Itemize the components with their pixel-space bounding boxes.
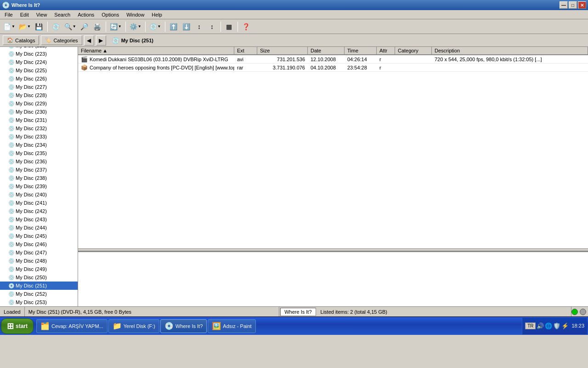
col-header-size[interactable]: Size	[257, 47, 308, 54]
sidebar-item-8[interactable]: 💿My Disc (226)	[0, 75, 78, 83]
sidebar-item-12[interactable]: 💿My Disc (230)	[0, 108, 78, 116]
refresh-button[interactable]: 🔄▼	[108, 21, 123, 33]
help-button[interactable]: ❓	[240, 21, 252, 33]
menu-search[interactable]: Search	[51, 11, 74, 18]
sidebar[interactable]: ▶💿My Disc (218)💿My Disc (219)💿My Disc (2…	[0, 47, 78, 306]
menu-edit[interactable]: Edit	[17, 11, 33, 18]
sidebar-item-35[interactable]: 💿My Disc (253)	[0, 298, 78, 306]
sidebar-item-10[interactable]: 💿My Disc (228)	[0, 91, 78, 99]
file-date-cell: 04.10.2008	[308, 65, 345, 70]
menu-window[interactable]: Window	[123, 11, 148, 18]
sort-asc-button[interactable]: ⬆️	[168, 21, 180, 33]
sidebar-item-32[interactable]: 💿My Disc (250)	[0, 273, 78, 282]
menu-options[interactable]: Options	[98, 11, 123, 18]
save-icon: 💾	[35, 23, 43, 30]
sort-desc-button[interactable]: ⬇️	[181, 21, 192, 33]
taskbar-item-3[interactable]: 🖼️ Adsız - Paint	[208, 319, 255, 333]
menu-help[interactable]: Help	[148, 11, 166, 18]
close-button[interactable]: ✕	[578, 1, 586, 9]
taskbar-item-1[interactable]: 📁 Yerel Disk (F:)	[108, 319, 159, 333]
status-search-box[interactable]: Where Is It?	[280, 308, 316, 316]
sidebar-item-28[interactable]: 💿My Disc (246)	[0, 240, 78, 248]
sidebar-item-6[interactable]: 💿My Disc (224)	[0, 58, 78, 66]
language-indicator[interactable]: TR	[525, 322, 536, 329]
col-header-time[interactable]: Time	[345, 47, 377, 54]
menu-view[interactable]: View	[33, 11, 51, 18]
file-list[interactable]: Filename ▲ Ext Size Date Time Attr Categ…	[78, 47, 588, 248]
info-panel	[78, 251, 588, 306]
sidebar-item-9[interactable]: 💿My Disc (227)	[0, 83, 78, 91]
start-button[interactable]: ⊞ start	[1, 318, 34, 334]
sidebar-item-21[interactable]: 💿My Disc (239)	[0, 182, 78, 190]
new-button[interactable]: 📄▼	[2, 21, 17, 33]
status-bar: Loaded My Disc (251) (DVD-R), 4,15 GB, f…	[0, 306, 588, 316]
sidebar-item-22[interactable]: 💿My Disc (240)	[0, 190, 78, 199]
disc-tree-icon: 💿	[8, 225, 15, 231]
sidebar-item-29[interactable]: 💿My Disc (247)	[0, 248, 78, 257]
taskbar-item-2[interactable]: 💿 Where Is It?	[160, 319, 207, 333]
sidebar-item-17[interactable]: 💿My Disc (235)	[0, 149, 78, 157]
sort-custom2-button[interactable]: ↕️	[206, 21, 218, 33]
menu-file[interactable]: File	[1, 11, 17, 18]
disc-tree-icon: 💿	[8, 192, 15, 198]
sidebar-item-19[interactable]: 💿My Disc (237)	[0, 166, 78, 174]
sidebar-item-5[interactable]: 💿My Disc (223)	[0, 50, 78, 58]
file-attr-cell: r	[377, 65, 395, 70]
disc-tree-icon: 💿	[8, 250, 15, 256]
open-button[interactable]: 📂▼	[17, 21, 32, 33]
print-button[interactable]: 🖨️	[91, 21, 103, 33]
disc-button[interactable]: 💿▼	[148, 21, 163, 33]
col-header-ext[interactable]: Ext	[234, 47, 257, 54]
file-name-cell: 📦 Company of heroes opposing fronts [PC-…	[78, 64, 234, 71]
col-header-attr[interactable]: Attr	[377, 47, 395, 54]
sidebar-item-18[interactable]: 💿My Disc (236)	[0, 157, 78, 166]
tree-expand-icon	[2, 191, 8, 198]
col-header-filename[interactable]: Filename ▲	[78, 47, 234, 54]
disc-tree-icon: 💿	[8, 134, 15, 140]
col-header-date[interactable]: Date	[308, 47, 345, 54]
tree-expand-icon	[2, 59, 8, 65]
sidebar-item-20[interactable]: 💿My Disc (238)	[0, 174, 78, 182]
settings-button[interactable]: ⚙️▼	[128, 21, 143, 33]
catalog-button[interactable]: 💿	[50, 21, 62, 33]
sidebar-item-33[interactable]: 💿My Disc (251)	[0, 282, 78, 290]
catalogs-tab[interactable]: 🏠 Catalogs	[3, 35, 39, 45]
tree-item-label: My Disc (237)	[16, 167, 47, 172]
maximize-button[interactable]: □	[569, 1, 577, 9]
sidebar-item-27[interactable]: 💿My Disc (245)	[0, 232, 78, 240]
sidebar-item-13[interactable]: 💿My Disc (231)	[0, 116, 78, 124]
sidebar-item-25[interactable]: 💿My Disc (243)	[0, 215, 78, 224]
categories-tab[interactable]: 🏷️ Categories	[41, 35, 82, 45]
taskbar-item-0[interactable]: 🗂️ Cevap: ARŞİV YAPM...	[36, 319, 107, 333]
sidebar-item-24[interactable]: 💿My Disc (242)	[0, 207, 78, 215]
sidebar-item-15[interactable]: 💿My Disc (233)	[0, 132, 78, 141]
columns-button[interactable]: ▦	[223, 21, 235, 33]
sidebar-item-30[interactable]: 💿My Disc (248)	[0, 257, 78, 265]
disc-tree-icon: 💿	[8, 208, 15, 214]
nav-forward-button[interactable]: ▶	[96, 35, 106, 46]
sidebar-item-34[interactable]: 💿My Disc (252)	[0, 290, 78, 298]
tree-item-label: My Disc (252)	[16, 291, 47, 297]
sidebar-item-7[interactable]: 💿My Disc (225)	[0, 66, 78, 75]
find-button[interactable]: 🔎	[79, 21, 90, 33]
table-row[interactable]: 🎬 Komedi Dukkani SE03BL06 (03.10.2008) D…	[78, 55, 588, 63]
sidebar-item-26[interactable]: 💿My Disc (244)	[0, 224, 78, 232]
sidebar-item-16[interactable]: 💿My Disc (234)	[0, 141, 78, 149]
sidebar-item-31[interactable]: 💿My Disc (249)	[0, 265, 78, 273]
sidebar-item-23[interactable]: 💿My Disc (241)	[0, 199, 78, 207]
search-button[interactable]: 🔍▼	[63, 21, 78, 33]
table-row[interactable]: 📦 Company of heroes opposing fronts [PC-…	[78, 63, 588, 72]
menu-actions[interactable]: Actions	[74, 11, 98, 18]
sort-custom1-button[interactable]: ↕️	[193, 21, 205, 33]
tree-item-label: My Disc (227)	[16, 84, 47, 90]
sidebar-item-11[interactable]: 💿My Disc (229)	[0, 99, 78, 108]
save-button[interactable]: 💾	[33, 21, 45, 33]
taskbar-item-label: Adsız - Paint	[223, 323, 251, 329]
tree-item-label: My Disc (222)	[16, 47, 47, 48]
col-header-description[interactable]: Description	[432, 47, 588, 54]
file-size-cell: 3.731.190.076	[257, 65, 308, 70]
nav-back-button[interactable]: ◀	[84, 35, 94, 46]
minimize-button[interactable]: —	[560, 1, 568, 9]
sidebar-item-14[interactable]: 💿My Disc (232)	[0, 124, 78, 132]
col-header-category[interactable]: Category	[395, 47, 432, 54]
